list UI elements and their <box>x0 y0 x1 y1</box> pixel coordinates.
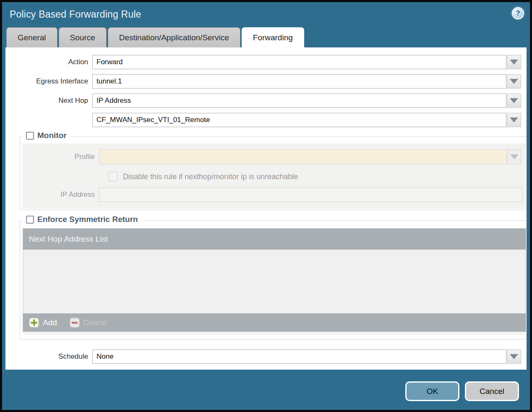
dialog-title: Policy Based Forwarding Rule <box>10 9 141 20</box>
profile-dropdown-button <box>507 149 521 164</box>
action-input[interactable] <box>92 55 506 69</box>
profile-input <box>99 149 507 164</box>
next-hop-combo <box>92 94 521 108</box>
add-button-label: Add <box>43 318 57 327</box>
chevron-down-icon <box>510 79 518 84</box>
profile-label: Profile <box>23 153 99 161</box>
monitor-legend: Monitor <box>23 131 70 140</box>
action-dropdown-button[interactable] <box>507 55 521 69</box>
tab-bar: General Source Destination/Application/S… <box>2 26 530 47</box>
next-hop-address-list-header: Next Hop Address List <box>23 229 526 250</box>
forwarding-tab-content: Action Egress Interface Next Hop <box>5 47 527 370</box>
chevron-down-icon <box>510 354 518 359</box>
profile-combo <box>99 149 521 164</box>
next-hop-address-list-toolbar: Add Delete <box>23 313 526 331</box>
schedule-input[interactable] <box>92 349 506 364</box>
tab-forwarding[interactable]: Forwarding <box>242 27 304 47</box>
add-button[interactable]: Add <box>29 318 57 328</box>
chevron-down-icon <box>510 117 518 123</box>
monitor-fieldset: Monitor Profile Disable this rule if nex… <box>20 136 527 210</box>
monitor-checkbox[interactable] <box>26 132 34 140</box>
schedule-combo <box>92 349 521 364</box>
next-hop-address-dropdown-button[interactable] <box>507 113 521 127</box>
monitor-ip-label: IP Address <box>23 190 99 199</box>
action-combo <box>92 55 521 69</box>
monitor-panel: Profile Disable this rule if nexthop/mon… <box>23 143 526 209</box>
chevron-down-icon <box>510 98 518 103</box>
next-hop-dropdown-button[interactable] <box>507 94 521 108</box>
cancel-button[interactable]: Cancel <box>465 381 519 401</box>
symmetric-return-legend-label: Enforce Symmetric Return <box>37 215 138 224</box>
table-bottom-strip <box>23 332 526 335</box>
egress-interface-label: Egress Interface <box>5 77 92 86</box>
schedule-row: Schedule <box>5 349 527 364</box>
egress-interface-dropdown-button[interactable] <box>507 74 521 89</box>
ok-button[interactable]: OK <box>405 381 459 401</box>
disable-rule-checkbox <box>108 172 117 181</box>
tab-destination-application-service[interactable]: Destination/Application/Service <box>108 27 240 47</box>
minus-icon <box>70 318 80 328</box>
next-hop-address-row <box>5 113 527 127</box>
symmetric-return-checkbox[interactable] <box>26 216 34 224</box>
egress-interface-combo <box>92 74 521 89</box>
egress-interface-row: Egress Interface <box>5 74 527 89</box>
monitor-legend-label: Monitor <box>37 131 67 140</box>
policy-based-forwarding-dialog: Policy Based Forwarding Rule ? General S… <box>0 0 532 412</box>
dialog-footer: OK Cancel <box>2 370 530 410</box>
action-label: Action <box>5 58 92 66</box>
symmetric-return-fieldset: Enforce Symmetric Return Next Hop Addres… <box>20 220 527 339</box>
next-hop-address-input[interactable] <box>92 113 506 127</box>
disable-rule-row: Disable this rule if nexthop/monitor ip … <box>108 170 526 183</box>
chevron-down-icon <box>510 60 518 65</box>
monitor-ip-input <box>99 188 522 202</box>
next-hop-row: Next Hop <box>5 94 527 108</box>
next-hop-address-list-body[interactable] <box>23 250 526 313</box>
tab-source[interactable]: Source <box>59 27 107 47</box>
schedule-dropdown-button[interactable] <box>507 349 521 364</box>
help-icon[interactable]: ? <box>512 7 524 19</box>
action-row: Action <box>5 55 527 69</box>
next-hop-address-list-table: Next Hop Address List Add <box>23 228 526 332</box>
plus-icon <box>29 318 39 328</box>
disable-rule-label: Disable this rule if nexthop/monitor ip … <box>123 172 298 181</box>
tab-general[interactable]: General <box>6 27 57 47</box>
next-hop-label: Next Hop <box>5 96 92 105</box>
delete-button-label: Delete <box>83 318 107 327</box>
next-hop-type-input[interactable] <box>92 94 506 108</box>
schedule-label: Schedule <box>5 352 92 361</box>
next-hop-address-combo <box>92 113 521 127</box>
delete-button: Delete <box>70 318 107 328</box>
chevron-down-icon <box>510 154 519 159</box>
symmetric-return-legend: Enforce Symmetric Return <box>23 215 141 224</box>
egress-interface-input[interactable] <box>92 74 506 89</box>
dialog-titlebar: Policy Based Forwarding Rule ? <box>2 2 530 26</box>
profile-row: Profile <box>23 149 526 164</box>
monitor-ip-row: IP Address <box>23 187 526 202</box>
